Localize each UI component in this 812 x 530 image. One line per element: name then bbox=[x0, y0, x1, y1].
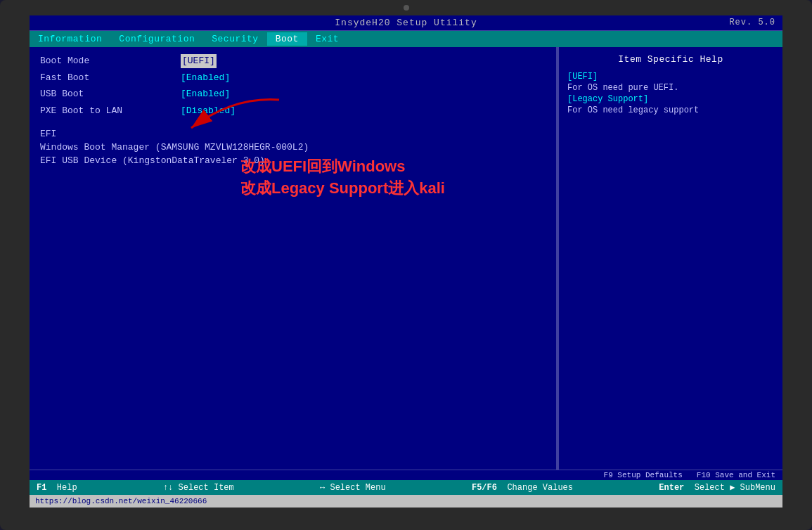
efi-section-label: EFI bbox=[40, 129, 546, 139]
pxe-boot-label: PXE Boot to LAN bbox=[40, 104, 181, 118]
left-panel: Boot Mode [UEFI] Fast Boot [Enabled] USB… bbox=[30, 47, 558, 470]
right-panel: Item Specific Help [UEFI] For OS need pu… bbox=[558, 47, 782, 470]
help-legacy-desc: For OS need legacy support bbox=[567, 105, 774, 115]
menu-item-configuration[interactable]: Configuration bbox=[110, 32, 203, 46]
menu-bar: Information Configuration Security Boot … bbox=[30, 31, 782, 47]
menu-item-security[interactable]: Security bbox=[203, 32, 266, 46]
usb-boot-value: [Enabled] bbox=[181, 87, 230, 101]
screen: InsydeH20 Setup Utility Rev. 5.0 Informa… bbox=[30, 15, 782, 508]
camera bbox=[404, 5, 409, 11]
rev-text: Rev. 5.0 bbox=[729, 18, 775, 27]
title-bar: InsydeH20 Setup Utility Rev. 5.0 bbox=[30, 15, 782, 31]
pxe-boot-row[interactable]: PXE Boot to LAN [Disabled] bbox=[40, 104, 546, 118]
boot-mode-label: Boot Mode bbox=[40, 54, 181, 68]
annotation-line2: 改成Legacy Support进入kali bbox=[240, 178, 445, 200]
select-menu-key: ↔ Select Menu bbox=[320, 483, 386, 493]
efi-device-1[interactable]: Windows Boot Manager (SAMSUNG MZVLW128HE… bbox=[40, 142, 546, 153]
f1-key: F1 Help bbox=[37, 483, 77, 493]
usb-boot-row[interactable]: USB Boot [Enabled] bbox=[40, 87, 546, 101]
menu-item-exit[interactable]: Exit bbox=[307, 32, 347, 46]
fast-boot-row[interactable]: Fast Boot [Enabled] bbox=[40, 71, 546, 85]
select-item-key: ↑↓ Select Item bbox=[163, 483, 234, 493]
url-bar: https://blog.csdn.net/weixin_46220666 bbox=[30, 495, 782, 508]
bios-title: InsydeH20 Setup Utility bbox=[335, 18, 477, 28]
boot-mode-row[interactable]: Boot Mode [UEFI] bbox=[40, 54, 546, 68]
usb-boot-label: USB Boot bbox=[40, 87, 181, 101]
content-area: Boot Mode [UEFI] Fast Boot [Enabled] USB… bbox=[30, 47, 782, 470]
help-legacy-label: [Legacy Support] bbox=[567, 94, 774, 104]
help-uefi-label: [UEFI] bbox=[567, 72, 774, 82]
f9-label: F9 Setup Defaults bbox=[604, 471, 683, 479]
efi-device-2[interactable]: EFI USB Device (KingstonDataTraveler 3.0… bbox=[40, 155, 546, 166]
boot-mode-value: [UEFI] bbox=[181, 54, 217, 68]
laptop-frame: InsydeH20 Setup Utility Rev. 5.0 Informa… bbox=[0, 0, 812, 530]
change-values-key: F5/F6 Change Values bbox=[472, 483, 573, 493]
status-top-bar: F9 Setup Defaults F10 Save and Exit bbox=[30, 470, 782, 480]
url-text: https://blog.csdn.net/weixin_46220666 bbox=[35, 497, 207, 505]
help-title: Item Specific Help bbox=[567, 54, 774, 65]
fast-boot-label: Fast Boot bbox=[40, 71, 181, 85]
menu-item-information[interactable]: Information bbox=[30, 32, 110, 46]
enter-key: Enter Select ▶ SubMenu bbox=[659, 482, 775, 493]
menu-item-boot[interactable]: Boot bbox=[267, 32, 307, 46]
f10-label: F10 Save and Exit bbox=[697, 471, 775, 479]
pxe-boot-value: [Disabled] bbox=[181, 104, 236, 118]
status-bottom-bar: F1 Help ↑↓ Select Item ↔ Select Menu F5/… bbox=[30, 480, 782, 495]
fast-boot-value: [Enabled] bbox=[181, 71, 230, 85]
help-uefi-desc: For OS need pure UEFI. bbox=[567, 83, 774, 93]
